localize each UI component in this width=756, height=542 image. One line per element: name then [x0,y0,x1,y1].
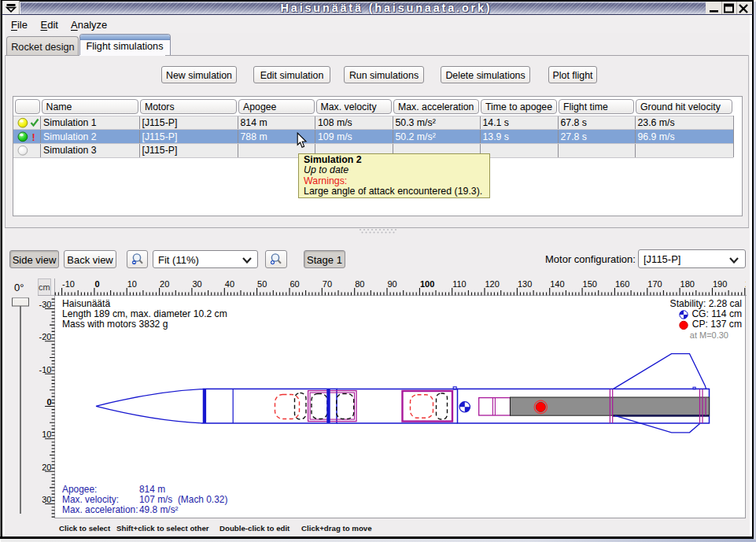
svg-text:90: 90 [387,279,396,289]
svg-text:80: 80 [355,279,364,289]
svg-text:140: 140 [550,279,564,289]
svg-text:20: 20 [42,463,51,472]
svg-text:190: 190 [713,279,727,289]
svg-text:20: 20 [160,279,169,289]
svg-text:30: 30 [192,279,201,289]
svg-text:130: 130 [517,279,531,289]
svg-text:30: 30 [42,495,51,504]
svg-text:50: 50 [257,279,267,289]
svg-text:180: 180 [680,279,694,289]
svg-text:10: 10 [42,430,51,439]
svg-text:120: 120 [485,279,499,289]
svg-text:160: 160 [614,279,629,289]
svg-text:60: 60 [289,279,299,289]
svg-text:110: 110 [452,279,467,289]
svg-text:-10: -10 [39,365,52,374]
svg-text:170: 170 [647,279,662,289]
svg-text:150: 150 [582,279,596,289]
svg-text:70: 70 [322,279,331,289]
svg-text:40: 40 [224,279,234,289]
svg-text:0: 0 [46,397,51,407]
svg-text:-20: -20 [39,332,52,341]
svg-text:10: 10 [127,279,136,289]
svg-text:0: 0 [94,279,99,289]
svg-text:-30: -30 [39,300,52,309]
svg-text:200: 200 [745,279,746,289]
svg-text:-10: -10 [62,279,75,289]
svg-text:100: 100 [419,279,433,289]
svg-text:!: ! [32,131,35,143]
